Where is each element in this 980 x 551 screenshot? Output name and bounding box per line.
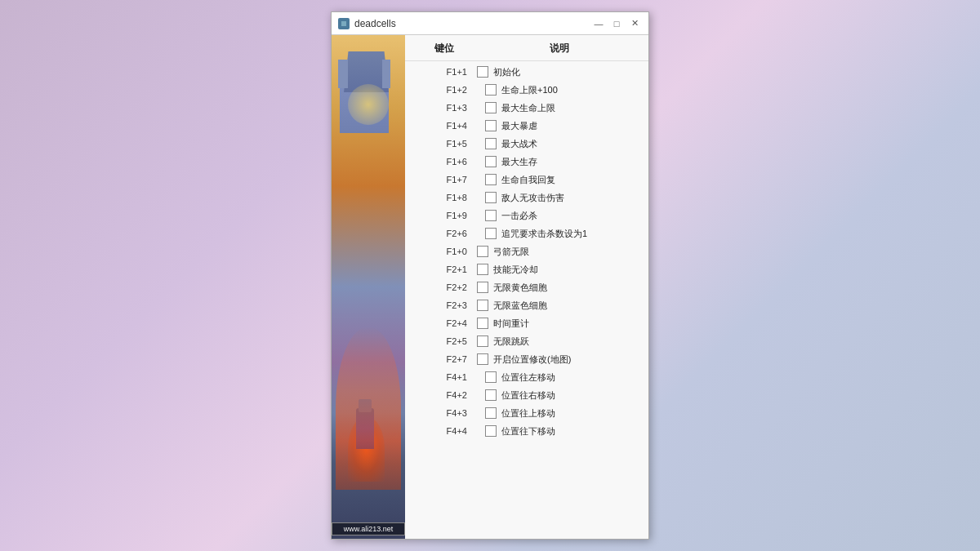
cheat-checkbox[interactable] — [485, 102, 497, 113]
app-icon — [338, 18, 350, 29]
cheat-checkbox[interactable] — [485, 371, 497, 383]
cheat-panel[interactable]: 键位 说明 F1+1初始化F1+2生命上限+100F1+3最大生命上限F1+4最… — [405, 35, 648, 539]
cheat-text: 生命上限+100 — [501, 84, 558, 96]
cheat-row[interactable]: F1+3最大生命上限 — [405, 99, 648, 117]
window-title: deadcells — [354, 18, 591, 29]
cheat-key: F2+1 — [412, 264, 477, 274]
cheat-checkbox[interactable] — [485, 174, 497, 185]
cheat-row[interactable]: F2+4时间重计 — [405, 314, 648, 332]
cheat-row[interactable]: F1+7生命自我回复 — [405, 171, 648, 189]
cheat-row[interactable]: F1+8敌人无攻击伤害 — [405, 189, 648, 207]
cheat-desc: 生命上限+100 — [477, 84, 558, 96]
main-window: deadcells — □ ✕ www.ali213.ne — [331, 11, 649, 540]
header-row: 键位 说明 — [405, 38, 648, 61]
close-button[interactable]: ✕ — [627, 16, 642, 31]
cheat-key: F1+5 — [412, 139, 477, 149]
minimize-button[interactable]: — — [591, 16, 606, 31]
cheat-key: F2+6 — [412, 229, 477, 238]
maximize-button[interactable]: □ — [609, 16, 624, 31]
cheat-row[interactable]: F2+6追咒要求击杀数设为1 — [405, 224, 648, 242]
cheat-desc: 初始化 — [477, 66, 520, 78]
cheat-checkbox[interactable] — [477, 353, 488, 365]
cheat-key: F4+3 — [412, 408, 477, 418]
cheat-text: 位置往右移动 — [501, 389, 555, 402]
cheat-checkbox[interactable] — [477, 264, 488, 275]
cheat-key: F2+3 — [412, 300, 477, 310]
cheat-checkbox[interactable] — [485, 120, 497, 131]
cheat-checkbox[interactable] — [485, 210, 497, 221]
cheat-desc: 无限黄色细胞 — [477, 282, 547, 294]
window-controls: — □ ✕ — [591, 16, 642, 31]
sun-effect — [348, 84, 389, 125]
svg-rect-1 — [341, 21, 346, 26]
cheat-row[interactable]: F1+4最大暴虐 — [405, 117, 648, 135]
cheat-row[interactable]: F4+3位置往上移动 — [405, 404, 648, 422]
cheat-checkbox[interactable] — [477, 66, 488, 78]
cheat-row[interactable]: F4+2位置往右移动 — [405, 386, 648, 404]
cheat-row[interactable]: F1+9一击必杀 — [405, 207, 648, 224]
cheat-checkbox[interactable] — [477, 318, 488, 329]
cheat-checkbox[interactable] — [485, 425, 497, 437]
cheat-key: F2+5 — [412, 336, 477, 346]
tower-left — [338, 60, 348, 88]
cheat-row[interactable]: F1+6最大生存 — [405, 153, 648, 171]
cheat-checkbox[interactable] — [485, 192, 497, 203]
cheat-checkbox[interactable] — [485, 228, 497, 239]
cheat-key: F2+7 — [412, 354, 477, 364]
cheat-desc: 时间重计 — [477, 318, 529, 330]
cheat-desc: 最大生命上限 — [477, 102, 555, 114]
header-key-label: 键位 — [412, 42, 477, 56]
cheat-checkbox[interactable] — [477, 300, 488, 311]
cheat-desc: 开启位置修改(地图) — [477, 353, 571, 366]
cheat-desc: 无限跳跃 — [477, 335, 529, 348]
cheat-key: F2+2 — [412, 282, 477, 292]
cheat-key: F1+6 — [412, 157, 477, 167]
watermark-text: www.ali213.net — [332, 522, 405, 535]
cheat-row[interactable]: F1+5最大战术 — [405, 135, 648, 153]
cheat-row[interactable]: F2+2无限黄色细胞 — [405, 278, 648, 296]
cheat-text: 最大战术 — [501, 138, 537, 150]
header-desc-label: 说明 — [477, 42, 642, 56]
cheat-desc: 弓箭无限 — [477, 246, 529, 258]
cheat-key: F2+4 — [412, 318, 477, 328]
cheat-text: 最大暴虐 — [501, 120, 537, 132]
cheat-list: F1+1初始化F1+2生命上限+100F1+3最大生命上限F1+4最大暴虐F1+… — [405, 63, 648, 440]
cheat-key: F1+4 — [412, 121, 477, 131]
cheat-desc: 追咒要求击杀数设为1 — [477, 228, 587, 240]
cheat-row[interactable]: F1+2生命上限+100 — [405, 81, 648, 99]
cheat-row[interactable]: F4+1位置往左移动 — [405, 368, 648, 386]
cheat-desc: 敌人无攻击伤害 — [477, 192, 564, 204]
cheat-checkbox[interactable] — [485, 84, 497, 96]
cheat-row[interactable]: F2+7开启位置修改(地图) — [405, 350, 648, 368]
cheat-key: F1+3 — [412, 103, 477, 113]
cheat-desc: 位置往左移动 — [477, 371, 555, 384]
cheat-desc: 技能无冷却 — [477, 264, 538, 276]
cheat-row[interactable]: F2+1技能无冷却 — [405, 260, 648, 278]
cheat-desc: 最大暴虐 — [477, 120, 537, 132]
cheat-row[interactable]: F1+1初始化 — [405, 63, 648, 81]
cheat-checkbox[interactable] — [485, 156, 497, 167]
cheat-text: 位置往左移动 — [501, 371, 555, 384]
cheat-text: 最大生存 — [501, 156, 537, 168]
cheat-desc: 位置往上移动 — [477, 407, 555, 420]
cheat-checkbox[interactable] — [485, 407, 497, 419]
cheat-row[interactable]: F2+5无限跳跃 — [405, 332, 648, 350]
cheat-checkbox[interactable] — [477, 246, 488, 257]
cheat-text: 初始化 — [493, 66, 520, 78]
cheat-key: F1+9 — [412, 211, 477, 220]
cheat-text: 最大生命上限 — [501, 102, 555, 114]
cheat-row[interactable]: F1+0弓箭无限 — [405, 242, 648, 260]
cheat-key: F1+2 — [412, 85, 477, 95]
cheat-text: 追咒要求击杀数设为1 — [501, 228, 587, 240]
cheat-checkbox[interactable] — [485, 389, 497, 401]
cheat-checkbox[interactable] — [477, 282, 488, 293]
cheat-text: 敌人无攻击伤害 — [501, 192, 564, 204]
character — [344, 384, 389, 482]
cheat-row[interactable]: F2+3无限蓝色细胞 — [405, 296, 648, 314]
cheat-key: F4+1 — [412, 372, 477, 382]
cheat-text: 位置往上移动 — [501, 407, 555, 420]
cheat-checkbox[interactable] — [477, 335, 488, 347]
cheat-checkbox[interactable] — [485, 138, 497, 149]
cheat-row[interactable]: F4+4位置往下移动 — [405, 422, 648, 440]
cheat-text: 技能无冷却 — [493, 264, 538, 276]
